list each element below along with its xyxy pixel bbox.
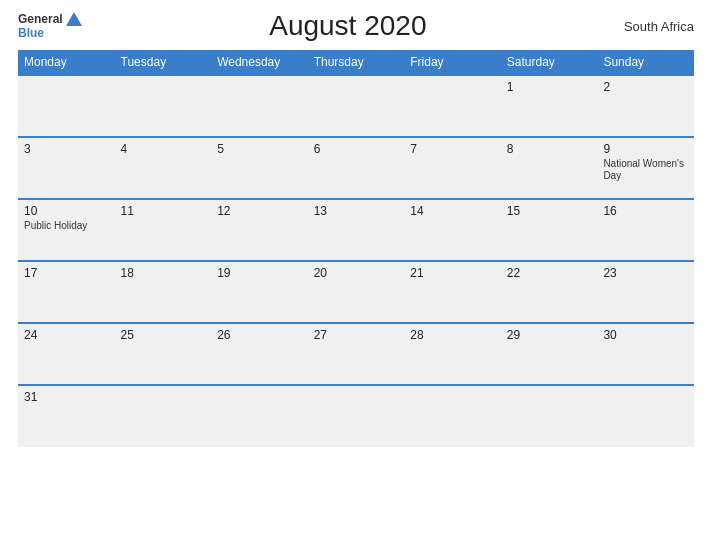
cell-9: 9 National Women's Day	[597, 137, 694, 199]
cell-empty	[115, 75, 212, 137]
table-row: 10 Public Holiday 11 12 13 14 15 16	[18, 199, 694, 261]
table-row: 24 25 26 27 28 29 30	[18, 323, 694, 385]
cell-empty	[404, 75, 501, 137]
col-sunday: Sunday	[597, 50, 694, 75]
cell-21: 21	[404, 261, 501, 323]
cell-16: 16	[597, 199, 694, 261]
cell-19: 19	[211, 261, 308, 323]
col-friday: Friday	[404, 50, 501, 75]
cell-5: 5	[211, 137, 308, 199]
logo-blue: Blue	[18, 27, 82, 40]
cell-14: 14	[404, 199, 501, 261]
logo-general: General	[18, 13, 63, 26]
cell-28: 28	[404, 323, 501, 385]
cell-empty	[211, 75, 308, 137]
country-label: South Africa	[614, 19, 694, 34]
table-row: 1 2	[18, 75, 694, 137]
cell-30: 30	[597, 323, 694, 385]
cell-6: 6	[308, 137, 405, 199]
cell-15: 15	[501, 199, 598, 261]
cell-22: 22	[501, 261, 598, 323]
col-wednesday: Wednesday	[211, 50, 308, 75]
cell-empty	[404, 385, 501, 447]
col-tuesday: Tuesday	[115, 50, 212, 75]
cell-11: 11	[115, 199, 212, 261]
cell-24: 24	[18, 323, 115, 385]
cell-13: 13	[308, 199, 405, 261]
cell-31: 31	[18, 385, 115, 447]
table-row: 17 18 19 20 21 22 23	[18, 261, 694, 323]
cell-26: 26	[211, 323, 308, 385]
cell-empty	[501, 385, 598, 447]
cell-23: 23	[597, 261, 694, 323]
cell-12: 12	[211, 199, 308, 261]
cell-27: 27	[308, 323, 405, 385]
cell-empty	[18, 75, 115, 137]
calendar-page: General Blue August 2020 South Africa Mo…	[0, 0, 712, 550]
cell-25: 25	[115, 323, 212, 385]
cell-29: 29	[501, 323, 598, 385]
cell-empty	[308, 385, 405, 447]
logo: General Blue	[18, 12, 82, 40]
calendar-header-row: Monday Tuesday Wednesday Thursday Friday…	[18, 50, 694, 75]
cell-4: 4	[115, 137, 212, 199]
logo-triangle-icon	[66, 12, 82, 26]
table-row: 3 4 5 6 7 8 9 National Women's Day	[18, 137, 694, 199]
cell-17: 17	[18, 261, 115, 323]
cell-3: 3	[18, 137, 115, 199]
month-title: August 2020	[82, 10, 614, 42]
col-monday: Monday	[18, 50, 115, 75]
cell-2: 2	[597, 75, 694, 137]
cell-empty	[115, 385, 212, 447]
cell-20: 20	[308, 261, 405, 323]
cell-7: 7	[404, 137, 501, 199]
table-row: 31	[18, 385, 694, 447]
col-saturday: Saturday	[501, 50, 598, 75]
col-thursday: Thursday	[308, 50, 405, 75]
cell-empty	[308, 75, 405, 137]
cell-10: 10 Public Holiday	[18, 199, 115, 261]
calendar-table: Monday Tuesday Wednesday Thursday Friday…	[18, 50, 694, 447]
cell-8: 8	[501, 137, 598, 199]
cell-empty	[597, 385, 694, 447]
cell-1: 1	[501, 75, 598, 137]
header: General Blue August 2020 South Africa	[18, 10, 694, 42]
cell-empty	[211, 385, 308, 447]
cell-18: 18	[115, 261, 212, 323]
